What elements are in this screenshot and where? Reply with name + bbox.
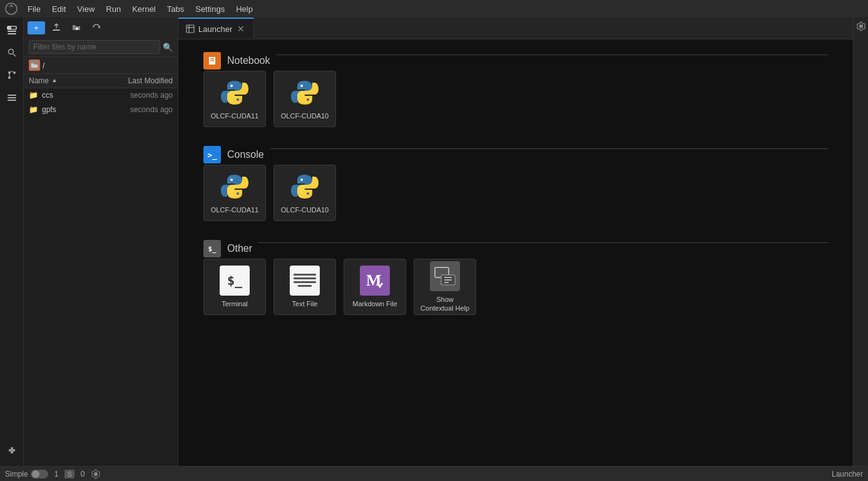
settings-gear-icon[interactable]	[855, 20, 867, 33]
svg-line-6	[13, 54, 16, 56]
refresh-button[interactable]	[88, 20, 105, 35]
file-list: 📁 ccs seconds ago 📁 gpfs seconds ago	[24, 88, 178, 466]
sidebar-search-icon[interactable]	[2, 43, 22, 63]
sidebar-git-icon[interactable]	[2, 65, 22, 85]
contextual-help-card-label: Show Contextual Help	[419, 295, 471, 313]
col-modified-header: Last Modified	[104, 76, 173, 85]
svg-point-9	[8, 76, 11, 79]
file-item-ccs[interactable]: 📁 ccs seconds ago	[24, 88, 178, 103]
svg-point-29	[300, 178, 303, 181]
sidebar-files-icon[interactable]	[2, 20, 22, 40]
main-layout: +	[0, 18, 868, 466]
sidebar-extensions-icon[interactable]	[2, 441, 22, 461]
textfile-card-label: Text File	[292, 299, 318, 308]
notebook-card-cuda11[interactable]: OLCF-CUDA11	[203, 71, 266, 127]
svg-rect-13	[53, 29, 60, 31]
console-section-divider	[270, 148, 828, 149]
file-search-bar: 🔍	[24, 38, 178, 57]
svg-point-37	[94, 472, 98, 476]
textfile-icon	[290, 266, 320, 296]
breadcrumb-path: /	[43, 61, 45, 70]
upload-button[interactable]	[48, 20, 65, 35]
notebook-section-header: Notebook	[203, 52, 828, 70]
tab-close-button[interactable]: ✕	[236, 24, 246, 34]
icon-sidebar	[0, 18, 24, 466]
menu-run[interactable]: Run	[101, 3, 126, 15]
menu-tabs[interactable]: Tabs	[162, 3, 189, 15]
status-number: 1	[54, 470, 59, 478]
console-card-cuda11[interactable]: OLCF-CUDA11	[203, 165, 266, 221]
tab-launcher-label: Launcher	[198, 24, 232, 34]
other-section-title: Other	[227, 243, 252, 254]
contextual-help-icon	[430, 261, 460, 291]
simple-mode-toggle[interactable]: Simple	[5, 470, 48, 478]
status-right-launcher: Launcher	[832, 470, 863, 478]
menu-edit[interactable]: Edit	[47, 3, 71, 15]
file-item-gpfs[interactable]: 📁 gpfs seconds ago	[24, 103, 178, 117]
simple-label: Simple	[5, 470, 28, 478]
notebook-card-grid: OLCF-CUDA11	[203, 71, 828, 127]
svg-point-25	[300, 85, 303, 87]
file-time-gpfs: seconds ago	[104, 105, 173, 114]
notebook-card-cuda10[interactable]: OLCF-CUDA10	[273, 71, 336, 127]
notebook-card-cuda11-label: OLCF-CUDA11	[211, 111, 258, 120]
right-sidebar	[853, 18, 868, 466]
plus-icon: +	[34, 23, 39, 33]
sort-name-button[interactable]: Name	[29, 76, 104, 85]
folder-ccs-icon: 📁	[29, 91, 38, 100]
search-input[interactable]	[29, 40, 160, 54]
notebook-section-title: Notebook	[227, 55, 270, 66]
menu-file[interactable]: File	[23, 3, 46, 15]
other-card-textfile[interactable]: Text File	[273, 259, 336, 315]
file-table-header: Name Last Modified	[24, 74, 178, 88]
svg-point-26	[307, 98, 309, 101]
other-card-terminal[interactable]: $_ Terminal	[203, 259, 266, 315]
python-cuda11-icon	[220, 78, 250, 108]
menu-help[interactable]: Help	[231, 3, 258, 15]
console-card-cuda11-label: OLCF-CUDA11	[211, 205, 258, 214]
sidebar-list-icon[interactable]	[2, 88, 22, 108]
notebook-section-icon	[203, 52, 221, 70]
svg-point-5	[8, 49, 13, 54]
console-python-cuda11-icon	[220, 172, 250, 202]
menu-bar: File Edit View Run Kernel Tabs Settings …	[0, 0, 868, 18]
file-name-ccs: ccs	[42, 91, 104, 100]
markdown-card-label: Markdown File	[352, 299, 397, 308]
launcher: Notebook	[178, 39, 853, 466]
status-bar: Simple 1 S 0 Launcher	[0, 466, 868, 481]
other-card-markdown[interactable]: M Markdown File	[344, 259, 406, 315]
console-card-grid: OLCF-CUDA11	[203, 165, 828, 221]
notebook-card-cuda10-label: OLCF-CUDA10	[281, 111, 329, 120]
menu-settings[interactable]: Settings	[190, 3, 230, 15]
file-name-gpfs: gpfs	[42, 105, 104, 114]
other-section: $_ Other $_ Terminal	[203, 240, 828, 315]
markdown-icon: M	[360, 266, 390, 296]
console-section-title: Console	[227, 149, 264, 160]
svg-marker-16	[53, 79, 56, 82]
svg-point-27	[230, 178, 233, 181]
folder-icon	[29, 59, 40, 71]
terminal-card-label: Terminal	[222, 299, 248, 308]
other-card-grid: $_ Terminal	[203, 259, 828, 315]
new-folder-button[interactable]	[68, 20, 85, 35]
svg-point-28	[237, 192, 239, 195]
menu-kernel[interactable]: Kernel	[127, 3, 161, 15]
svg-rect-11	[8, 97, 16, 98]
svg-rect-17	[186, 25, 194, 33]
status-s-icon: S	[64, 470, 74, 478]
tab-launcher[interactable]: Launcher ✕	[178, 18, 254, 39]
app-logo	[5, 3, 18, 15]
file-time-ccs: seconds ago	[104, 91, 173, 100]
terminal-icon: $_	[220, 266, 250, 296]
other-card-contextual-help[interactable]: Show Contextual Help	[414, 259, 476, 315]
new-button[interactable]: +	[28, 21, 45, 34]
svg-rect-2	[8, 31, 16, 32]
console-python-cuda10-icon	[290, 172, 320, 202]
console-card-cuda10[interactable]: OLCF-CUDA10	[273, 165, 336, 221]
notebook-section-divider	[277, 54, 829, 55]
python-cuda10-icon	[290, 78, 320, 108]
status-settings-icon	[91, 469, 101, 479]
toggle-track	[31, 470, 48, 478]
file-breadcrumb: /	[24, 57, 178, 74]
menu-view[interactable]: View	[72, 3, 100, 15]
